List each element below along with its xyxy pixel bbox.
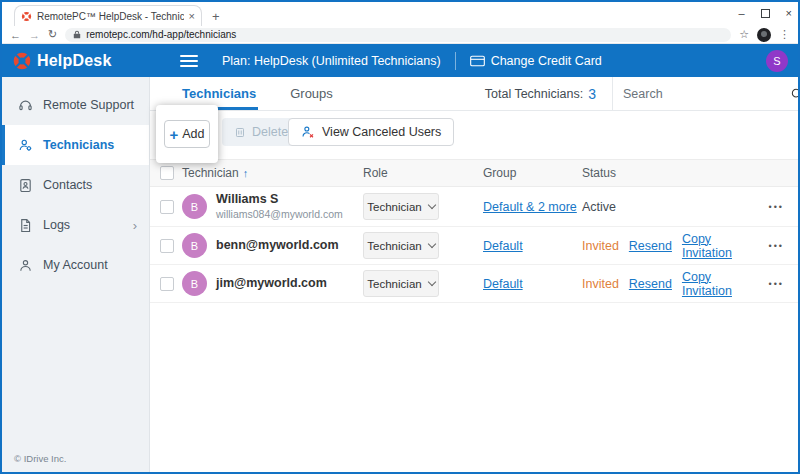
table-header: Technician↑ Role Group Status [150, 159, 798, 187]
trash-icon [234, 126, 246, 138]
role-dropdown[interactable]: Technician [363, 193, 439, 220]
sidebar-item-contacts[interactable]: Contacts [2, 165, 149, 205]
copy-invitation-link[interactable]: Copy Invitation [682, 270, 752, 298]
url-text: remotepc.com/hd-app/technicians [86, 29, 236, 40]
role-dropdown[interactable]: Technician [363, 232, 439, 259]
chevron-down-icon [427, 201, 435, 209]
hamburger-menu-icon[interactable] [180, 52, 198, 70]
resend-link[interactable]: Resend [629, 239, 672, 253]
row-checkbox[interactable] [160, 277, 174, 291]
bookmark-star-icon[interactable]: ☆ [739, 28, 749, 41]
lifebuoy-logo-icon [12, 51, 32, 71]
column-status: Status [582, 166, 752, 180]
canceled-user-icon [301, 125, 315, 139]
header-divider [455, 52, 456, 70]
search-input[interactable] [623, 87, 784, 101]
sidebar: Remote Support Technicians Contacts Logs [2, 77, 150, 472]
status-badge: Invited [582, 277, 619, 291]
sidebar-item-label: Technicians [43, 138, 114, 152]
lifebuoy-favicon-icon [21, 11, 32, 22]
lock-icon [73, 30, 81, 39]
view-canceled-users-button[interactable]: View Canceled Users [288, 118, 454, 146]
sidebar-item-label: My Account [43, 258, 108, 272]
search-box [612, 77, 798, 110]
account-icon [18, 258, 33, 273]
status-badge: Active [582, 200, 616, 214]
logo-text: HelpDesk [37, 52, 112, 70]
plan-label: Plan: HelpDesk (Unlimited Technicians) [222, 54, 441, 68]
sort-asc-icon: ↑ [243, 167, 249, 179]
logs-icon [18, 218, 33, 233]
row-menu-icon[interactable]: ••• [752, 202, 798, 212]
total-technicians: Total Technicians:3 [485, 77, 612, 110]
tab-groups[interactable]: Groups [288, 77, 335, 110]
window-close-button[interactable]: × [786, 8, 792, 19]
copy-invitation-link[interactable]: Copy Invitation [682, 232, 752, 260]
close-tab-icon[interactable]: × [189, 10, 195, 22]
technician-icon [18, 138, 33, 153]
window-restore-button[interactable] [761, 9, 770, 18]
row-avatar: B [182, 233, 207, 258]
forward-icon[interactable]: → [29, 29, 40, 41]
browser-window: RemotePC™ HelpDesk - Technicians × + – ×… [0, 0, 800, 474]
toolbar: + Add Delete View Canceled Users [150, 111, 798, 159]
copyright-footer: © IDrive Inc. [14, 453, 66, 464]
sidebar-item-label: Logs [43, 218, 70, 232]
sidebar-item-remote-support[interactable]: Remote Support [2, 85, 149, 125]
select-all-checkbox[interactable] [160, 166, 174, 180]
row-avatar: B [182, 194, 207, 219]
main-content: Technicians Groups Total Technicians:3 [150, 77, 798, 472]
table-row: B benn@myworld.com Technician Default In… [150, 227, 798, 265]
browser-profile-avatar[interactable] [757, 28, 771, 42]
sidebar-item-label: Contacts [43, 178, 92, 192]
sidebar-item-logs[interactable]: Logs › [2, 205, 149, 245]
content-tabs-row: Technicians Groups Total Technicians:3 [150, 77, 798, 111]
reload-icon[interactable]: ↻ [48, 28, 57, 41]
group-link[interactable]: Default [483, 277, 582, 291]
chevron-down-icon [427, 240, 435, 248]
change-credit-card-button[interactable]: Change Credit Card [470, 54, 602, 68]
browser-nav-bar: ← → ↻ remotepc.com/hd-app/technicians ☆ … [2, 26, 798, 44]
plus-icon: + [169, 127, 178, 142]
column-group: Group [483, 166, 582, 180]
table-row: B jim@myworld.com Technician Default Inv… [150, 265, 798, 303]
helpdesk-logo[interactable]: HelpDesk [12, 51, 162, 71]
sidebar-item-technicians[interactable]: Technicians [2, 125, 149, 165]
credit-card-icon [470, 55, 485, 67]
add-button-card: + Add [156, 105, 218, 163]
window-minimize-button[interactable]: – [738, 8, 744, 19]
group-link[interactable]: Default [483, 239, 582, 253]
total-count: 3 [588, 86, 596, 102]
column-technician[interactable]: Technician↑ [182, 166, 363, 180]
technician-email: williams084@myworld.com [216, 208, 343, 221]
chevron-down-icon [427, 278, 435, 286]
new-tab-button[interactable]: + [212, 9, 220, 26]
technician-name: benn@myworld.com [216, 238, 339, 254]
status-badge: Invited [582, 239, 619, 253]
user-avatar[interactable]: S [766, 50, 788, 72]
add-button[interactable]: + Add [164, 120, 210, 148]
technician-name: Williams S [216, 192, 343, 208]
tab-title: RemotePC™ HelpDesk - Technicians [37, 11, 184, 22]
row-menu-icon[interactable]: ••• [752, 241, 798, 251]
sidebar-item-label: Remote Support [43, 98, 134, 112]
sidebar-item-my-account[interactable]: My Account [2, 245, 149, 285]
headset-icon [18, 98, 33, 113]
row-avatar: B [182, 271, 207, 296]
row-checkbox[interactable] [160, 239, 174, 253]
search-icon[interactable] [790, 87, 800, 101]
role-dropdown[interactable]: Technician [363, 270, 439, 297]
group-link[interactable]: Default & 2 more [483, 200, 582, 214]
browser-tab-bar: RemotePC™ HelpDesk - Technicians × + – × [2, 2, 798, 26]
column-role: Role [363, 166, 483, 180]
row-menu-icon[interactable]: ••• [752, 279, 798, 289]
change-credit-card-label: Change Credit Card [491, 54, 602, 68]
back-icon[interactable]: ← [10, 29, 21, 41]
address-bar[interactable]: remotepc.com/hd-app/technicians [65, 28, 731, 42]
chevron-right-icon: › [133, 218, 137, 233]
resend-link[interactable]: Resend [629, 277, 672, 291]
contacts-icon [18, 178, 33, 193]
row-checkbox[interactable] [160, 200, 174, 214]
browser-menu-icon[interactable]: ⋮ [779, 28, 790, 41]
browser-tab[interactable]: RemotePC™ HelpDesk - Technicians × [14, 5, 202, 26]
